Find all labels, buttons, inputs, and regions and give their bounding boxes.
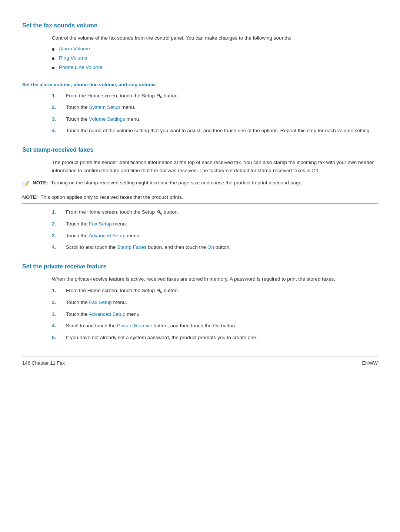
- private-receive-heading: Set the private receive feature: [22, 263, 378, 270]
- bullet-alarm-volume: Alarm Volume: [52, 46, 378, 51]
- page-content: Set the fax sounds volume Control the vo…: [22, 22, 378, 366]
- bullet-dot-3: [52, 67, 54, 69]
- fax-vol-step-1: 1. From the Home screen, touch the Setup…: [52, 92, 378, 100]
- fax-volume-body: Control the volume of the fax sounds fro…: [52, 34, 378, 70]
- private-receive-link[interactable]: Private Receive: [117, 323, 152, 328]
- stamp-faxes-section: Set stamp-received faxes The product pri…: [22, 147, 378, 251]
- private-step-num-3: 3.: [52, 310, 63, 318]
- fax-vol-step-1-text: From the Home screen, touch the Setup bu…: [66, 92, 179, 100]
- private-receive-section: Set the private receive feature When the…: [22, 263, 378, 342]
- step-num-1: 1.: [52, 92, 63, 100]
- private-step-5-text: If you have not already set a system pas…: [66, 334, 257, 342]
- fax-vol-step-4: 4. Touch the name of the volume setting …: [52, 127, 378, 135]
- setup-icon-3: [157, 288, 162, 294]
- stamp-faxes-link[interactable]: Stamp Faxes: [117, 244, 147, 250]
- note2-label: NOTE:: [22, 194, 41, 200]
- stamp-faxes-body: The product prints the sender identifica…: [52, 158, 378, 174]
- setup-icon-2: [157, 210, 162, 215]
- stamp-step-num-4: 4.: [52, 243, 63, 251]
- note1-label: NOTE:: [33, 180, 51, 185]
- off-link[interactable]: Off: [311, 168, 318, 173]
- bullet-ring-volume: Ring Volume: [52, 55, 378, 61]
- private-receive-intro: When the private-receive feature is acti…: [52, 275, 378, 283]
- stamp-step-num-1: 1.: [52, 208, 63, 216]
- step-num-2: 2.: [52, 103, 63, 111]
- private-step-4: 4. Scroll to and touch the Private Recei…: [52, 322, 378, 330]
- bullet-phone-line-volume: Phone Line Volume: [52, 64, 378, 70]
- stamp-step-num-3: 3.: [52, 232, 63, 240]
- fax-vol-step-2-text: Touch the System Setup menu.: [66, 103, 136, 111]
- stamp-step-4: 4. Scroll to and touch the Stamp Faxes b…: [52, 243, 378, 251]
- system-setup-link-1[interactable]: System Setup: [89, 104, 120, 110]
- fax-setup-link-2[interactable]: Fax Setup: [89, 300, 112, 305]
- step-num-3: 3.: [52, 115, 63, 123]
- stamp-faxes-note1: 📝 NOTE: Turning on the stamp-received se…: [22, 179, 378, 189]
- fax-volume-ordered-list: 1. From the Home screen, touch the Setup…: [52, 92, 378, 135]
- on-link-2[interactable]: On: [213, 323, 220, 328]
- fax-volume-heading: Set the fax sounds volume: [22, 22, 378, 29]
- step-num-4: 4.: [52, 127, 63, 135]
- stamp-faxes-intro: The product prints the sender identifica…: [52, 158, 378, 174]
- fax-volume-bullets: Alarm Volume Ring Volume Phone Line Volu…: [52, 46, 378, 70]
- private-step-num-2: 2.: [52, 298, 63, 307]
- alarm-volume-subsection: Set the alarm volume, phone-line volume,…: [22, 82, 378, 135]
- note1-text: NOTE: Turning on the stamp-received sett…: [33, 179, 303, 187]
- private-receive-body: When the private-receive feature is acti…: [52, 275, 378, 342]
- stamp-step-1: 1. From the Home screen, touch the Setup…: [52, 208, 378, 216]
- bullet-dot-2: [52, 57, 54, 60]
- on-link-1[interactable]: On: [207, 244, 214, 250]
- private-step-num-4: 4.: [52, 322, 63, 330]
- stamp-step-3: 3. Touch the Advanced Setup menu.: [52, 232, 378, 240]
- stamp-faxes-note2: NOTE: This option applies only to receiv…: [22, 193, 378, 204]
- bullet-dot-1: [52, 48, 54, 51]
- fax-vol-step-4-text: Touch the name of the volume setting tha…: [66, 127, 371, 135]
- ring-volume-link[interactable]: Ring Volume: [59, 55, 87, 61]
- stamp-step-4-text: Scroll to and touch the Stamp Faxes butt…: [66, 243, 231, 251]
- setup-icon-1: [157, 93, 162, 98]
- private-step-3: 3. Touch the Advanced Setup menu.: [52, 310, 378, 318]
- stamp-step-3-text: Touch the Advanced Setup menu.: [66, 232, 141, 240]
- stamp-faxes-ordered-list: 1. From the Home screen, touch the Setup…: [52, 208, 378, 251]
- stamp-faxes-steps: 1. From the Home screen, touch the Setup…: [52, 208, 378, 251]
- fax-vol-step-3: 3. Touch the Volume Settings menu.: [52, 115, 378, 123]
- alarm-volume-subheading: Set the alarm volume, phone-line volume,…: [22, 82, 378, 87]
- private-step-2: 2. Touch the Fax Setup menu.: [52, 298, 378, 307]
- stamp-step-2-text: Touch the Fax Setup menu.: [66, 220, 127, 228]
- private-step-num-1: 1.: [52, 287, 63, 295]
- fax-setup-link-1[interactable]: Fax Setup: [89, 221, 112, 227]
- phone-line-volume-link[interactable]: Phone Line Volume: [59, 64, 102, 70]
- private-step-3-text: Touch the Advanced Setup menu.: [66, 310, 141, 318]
- private-step-1: 1. From the Home screen, touch the Setup…: [52, 287, 378, 295]
- stamp-step-1-text: From the Home screen, touch the Setup bu…: [66, 208, 179, 216]
- fax-volume-intro: Control the volume of the fax sounds fro…: [52, 34, 378, 42]
- page-footer: 146 Chapter 11 Fax ENWW: [22, 356, 378, 366]
- footer-right: ENWW: [362, 360, 378, 366]
- footer-left: 146 Chapter 11 Fax: [22, 360, 65, 366]
- fax-vol-step-2: 2. Touch the System Setup menu.: [52, 103, 378, 111]
- private-receive-ordered-list: 1. From the Home screen, touch the Setup…: [52, 287, 378, 341]
- fax-vol-step-3-text: Touch the Volume Settings menu.: [66, 115, 140, 123]
- advanced-setup-link-1[interactable]: Advanced Setup: [89, 233, 126, 238]
- private-step-num-5: 5.: [52, 334, 63, 342]
- stamp-faxes-heading: Set stamp-received faxes: [22, 147, 378, 153]
- private-step-2-text: Touch the Fax Setup menu.: [66, 298, 127, 307]
- fax-volume-section: Set the fax sounds volume Control the vo…: [22, 22, 378, 70]
- advanced-setup-link-2[interactable]: Advanced Setup: [89, 311, 126, 317]
- private-step-4-text: Scroll to and touch the Private Receive …: [66, 322, 236, 330]
- private-step-5: 5. If you have not already set a system …: [52, 334, 378, 342]
- stamp-step-num-2: 2.: [52, 220, 63, 228]
- note-icon-1: 📝: [22, 179, 30, 189]
- private-step-1-text: From the Home screen, touch the Setup bu…: [66, 287, 179, 295]
- volume-settings-link[interactable]: Volume Settings: [89, 116, 125, 122]
- stamp-step-2: 2. Touch the Fax Setup menu.: [52, 220, 378, 228]
- alarm-volume-link[interactable]: Alarm Volume: [59, 46, 90, 51]
- alarm-volume-steps: 1. From the Home screen, touch the Setup…: [52, 92, 378, 135]
